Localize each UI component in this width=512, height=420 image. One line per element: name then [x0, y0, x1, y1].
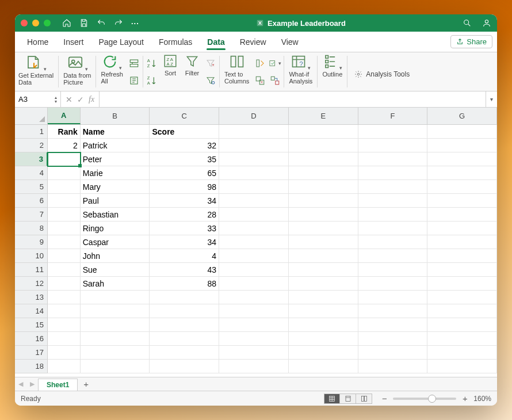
sheet-tab-sheet1[interactable]: Sheet1	[38, 379, 78, 391]
minimize-icon[interactable]	[32, 20, 39, 26]
tab-insert[interactable]: Insert	[56, 32, 91, 52]
formula-expand-icon[interactable]: ▾	[486, 91, 497, 107]
cell-D18[interactable]	[219, 360, 289, 373]
cell-B9[interactable]: Caspar	[81, 235, 150, 249]
text-to-columns-button[interactable]: Text to Columns	[221, 52, 253, 91]
cell-F16[interactable]	[358, 332, 428, 346]
cell-F11[interactable]	[358, 263, 428, 277]
row-header[interactable]: 12	[15, 277, 48, 291]
properties-icon[interactable]	[128, 73, 140, 88]
cell-E13[interactable]	[289, 291, 358, 304]
cell-A3[interactable]	[48, 152, 81, 166]
cell-D11[interactable]	[219, 263, 289, 277]
cell-D12[interactable]	[219, 277, 289, 291]
tab-page-layout[interactable]: Page Layout	[91, 32, 151, 52]
cell-A11[interactable]	[48, 263, 81, 277]
consolidate-icon[interactable]	[269, 73, 281, 88]
flash-fill-icon[interactable]	[254, 56, 266, 71]
cell-B14[interactable]	[81, 304, 150, 318]
cell-C17[interactable]	[150, 346, 219, 360]
more-icon[interactable]: ···	[131, 19, 139, 28]
cell-D2[interactable]	[219, 139, 289, 152]
cell-G5[interactable]	[427, 180, 497, 194]
cell-B7[interactable]: Sebastian	[81, 208, 150, 222]
cell-F14[interactable]	[358, 304, 428, 318]
cell-A15[interactable]	[48, 318, 81, 332]
cell-E1[interactable]	[289, 125, 358, 139]
cell-F4[interactable]	[358, 166, 428, 180]
tab-view[interactable]: View	[274, 32, 306, 52]
cell-F17[interactable]	[358, 346, 428, 360]
fx-icon[interactable]: fx	[89, 95, 94, 104]
cell-F10[interactable]	[358, 249, 428, 263]
zoom-in-button[interactable]: +	[461, 394, 469, 403]
cell-C10[interactable]: 4	[150, 249, 219, 263]
cell-D5[interactable]	[219, 180, 289, 194]
cancel-formula-icon[interactable]: ✕	[66, 95, 72, 104]
sort-desc-icon[interactable]: ZA	[146, 73, 158, 88]
sheet-next-icon[interactable]: ▶	[26, 380, 38, 388]
cell-G8[interactable]	[427, 222, 497, 235]
cell-A13[interactable]	[48, 291, 81, 304]
cell-E18[interactable]	[289, 360, 358, 373]
cell-A2[interactable]: 2	[48, 139, 81, 152]
row-header[interactable]: 6	[15, 194, 48, 208]
cell-G4[interactable]	[427, 166, 497, 180]
cell-D9[interactable]	[219, 235, 289, 249]
cell-F12[interactable]	[358, 277, 428, 291]
tab-review[interactable]: Review	[232, 32, 274, 52]
cell-E12[interactable]	[289, 277, 358, 291]
cell-C1[interactable]: Score	[150, 125, 219, 139]
col-header-F[interactable]: F	[358, 108, 428, 124]
cell-B6[interactable]: Paul	[81, 194, 150, 208]
cell-A16[interactable]	[48, 332, 81, 346]
accept-formula-icon[interactable]: ✓	[77, 95, 84, 104]
cell-B3[interactable]: Peter	[81, 152, 150, 166]
cell-A9[interactable]	[48, 235, 81, 249]
cell-E8[interactable]	[289, 222, 358, 235]
cell-A14[interactable]	[48, 304, 81, 318]
cell-B1[interactable]: Name	[81, 125, 150, 139]
cell-D8[interactable]	[219, 222, 289, 235]
cell-F9[interactable]	[358, 235, 428, 249]
cell-D16[interactable]	[219, 332, 289, 346]
add-sheet-button[interactable]: +	[78, 379, 94, 389]
cell-B17[interactable]	[81, 346, 150, 360]
view-normal-icon[interactable]	[324, 394, 340, 404]
cell-E5[interactable]	[289, 180, 358, 194]
cell-C9[interactable]: 34	[150, 235, 219, 249]
cell-F5[interactable]	[358, 180, 428, 194]
refresh-all-button[interactable]: ▾ Refresh All	[97, 52, 127, 91]
cell-E16[interactable]	[289, 332, 358, 346]
cell-E9[interactable]	[289, 235, 358, 249]
row-header[interactable]: 2	[15, 139, 48, 152]
cell-B11[interactable]: Sue	[81, 263, 150, 277]
cell-D17[interactable]	[219, 346, 289, 360]
name-box[interactable]: A3 ▴▾	[15, 91, 61, 107]
undo-icon[interactable]	[97, 18, 106, 28]
cell-B8[interactable]: Ringo	[81, 222, 150, 235]
whatif-analysis-button[interactable]: ?▾ What-if Analysis	[285, 52, 316, 91]
cell-D10[interactable]	[219, 249, 289, 263]
cell-D1[interactable]	[219, 125, 289, 139]
data-validation-icon[interactable]: ▾	[269, 56, 281, 71]
cell-E4[interactable]	[289, 166, 358, 180]
row-header[interactable]: 15	[15, 318, 48, 332]
cell-A8[interactable]	[48, 222, 81, 235]
zoom-slider[interactable]	[393, 398, 456, 400]
cell-A6[interactable]	[48, 194, 81, 208]
row-header[interactable]: 7	[15, 208, 48, 222]
zoom-window-icon[interactable]	[44, 20, 51, 26]
cell-E14[interactable]	[289, 304, 358, 318]
cell-G18[interactable]	[427, 360, 497, 373]
cell-C15[interactable]	[150, 318, 219, 332]
share-button[interactable]: Share	[450, 35, 492, 48]
row-header[interactable]: 18	[15, 360, 48, 373]
view-page-break-icon[interactable]	[356, 394, 372, 404]
cell-A12[interactable]	[48, 277, 81, 291]
row-header[interactable]: 11	[15, 263, 48, 277]
tab-formulas[interactable]: Formulas	[151, 32, 200, 52]
tab-home[interactable]: Home	[20, 32, 56, 52]
cell-A18[interactable]	[48, 360, 81, 373]
formula-input[interactable]	[100, 91, 486, 107]
